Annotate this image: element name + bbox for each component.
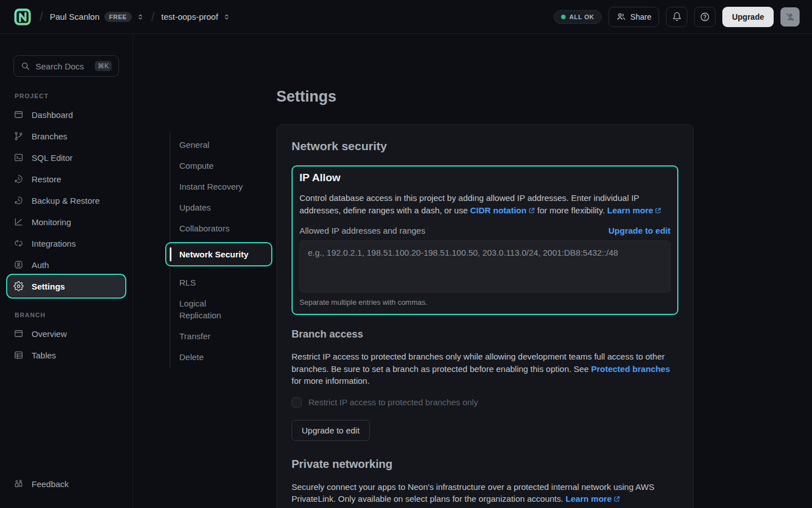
share-button[interactable]: Share [608, 7, 659, 27]
sidebar-item-monitoring[interactable]: Monitoring [8, 211, 125, 233]
sidebar-item-settings[interactable]: Settings [8, 275, 125, 297]
help-button[interactable] [694, 7, 716, 27]
ip-field-label: Allowed IP addresses and ranges [299, 226, 425, 235]
sidebar-item-label: Auth [32, 260, 49, 270]
ip-allow-section: IP Allow Control database access in this… [292, 165, 678, 315]
auth-user-icon [14, 260, 24, 270]
avatar[interactable] [780, 7, 800, 27]
ip-field-hint: Separate multiple entries with commas. [299, 298, 670, 306]
sidebar-item-label: Monitoring [32, 217, 71, 227]
sidebar-item-auth[interactable]: Auth [8, 254, 125, 275]
git-branch-icon [14, 131, 24, 141]
sidebar-item-label: Settings [32, 282, 65, 291]
subnav-item-collaborators[interactable]: Collaborators [170, 222, 243, 234]
external-link-icon [655, 207, 661, 214]
sidebar-item-label: Dashboard [32, 110, 73, 120]
project-section-label: PROJECT [15, 93, 119, 99]
branch-access-desc-part2: for more information. [292, 376, 369, 386]
plan-badge: FREE [104, 12, 132, 22]
terminal-icon [14, 152, 24, 163]
project-selector[interactable]: test-oops-proof [161, 12, 231, 21]
dashboard-icon [14, 110, 24, 120]
search-placeholder: Search Docs [36, 62, 89, 71]
subnav-item-general[interactable]: General [170, 139, 243, 151]
subnav-item-rls[interactable]: RLS [170, 277, 243, 288]
learn-more-link[interactable]: Learn more [607, 205, 654, 215]
sidebar-item-dashboard[interactable]: Dashboard [8, 104, 125, 125]
sidebar-item-label: Restore [32, 174, 61, 184]
private-networking-description: Securely connect your apps to Neon's inf… [292, 481, 678, 505]
sidebar-item-integrations[interactable]: Integrations [8, 233, 125, 254]
restrict-ip-checkbox-row: Restrict IP access to protected branches… [292, 397, 678, 408]
topbar-actions: ALL OK Share Upgrade [554, 7, 800, 27]
branch-access-upgrade-button[interactable]: Upgrade to edit [292, 420, 370, 441]
sidebar-item-restore[interactable]: Restore [8, 168, 125, 190]
private-networking-title: Private networking [292, 458, 678, 471]
protected-branches-link[interactable]: Protected branches [591, 364, 670, 374]
neon-logo-icon[interactable] [12, 7, 33, 27]
ip-allow-description: Control database access in this project … [299, 192, 670, 216]
search-icon [21, 62, 30, 71]
sidebar-item-backup-restore[interactable]: Backup & Restore [8, 190, 125, 211]
external-link-icon [614, 496, 620, 502]
status-label: ALL OK [570, 14, 594, 20]
upgrade-button[interactable]: Upgrade [722, 7, 774, 27]
org-selector[interactable]: Paul Scanlon FREE [50, 12, 144, 22]
settings-subnav: General Compute Instant Recovery Updates… [170, 139, 266, 363]
card-title: Network security [292, 139, 678, 153]
topbar: / Paul Scanlon FREE / test-oops-proof AL… [0, 0, 812, 34]
upgrade-to-edit-link[interactable]: Upgrade to edit [608, 226, 670, 235]
ip-allow-title: IP Allow [299, 172, 670, 184]
sidebar-item-label: Tables [32, 351, 56, 360]
breadcrumb: / Paul Scanlon FREE / test-oops-proof [12, 7, 231, 27]
sidebar-item-branches[interactable]: Branches [8, 125, 125, 147]
learn-more-link[interactable]: Learn more [566, 494, 612, 503]
ip-allow-desc-part2: for more flexibility. [535, 205, 607, 215]
chevron-up-down-icon [136, 13, 144, 21]
integrations-icon [14, 238, 24, 248]
branch-access-title: Branch access [292, 329, 678, 340]
feedback-label: Feedback [32, 479, 69, 489]
subnav-item-instant-recovery[interactable]: Instant Recovery [170, 181, 243, 192]
chevron-up-down-icon [223, 13, 231, 21]
status-ok-icon [561, 15, 566, 19]
bell-icon [672, 12, 682, 21]
feedback-button[interactable]: Feedback [8, 473, 125, 494]
help-icon [700, 12, 710, 22]
branch-section-label: BRANCH [15, 312, 119, 318]
project-name: test-oops-proof [161, 12, 218, 21]
branch-access-description: Restrict IP access to protected branches… [292, 351, 678, 387]
divider: / [150, 10, 156, 24]
share-label: Share [630, 12, 651, 21]
people-icon [616, 12, 626, 21]
table-icon [14, 350, 24, 360]
subnav-item-network-security[interactable]: Network Security [166, 243, 271, 265]
sidebar-item-label: Branches [32, 132, 67, 141]
subnav-item-delete[interactable]: Delete [170, 351, 243, 363]
sidebar-item-label: Integrations [32, 239, 76, 248]
sidebar-item-overview[interactable]: Overview [8, 323, 125, 344]
search-shortcut: ⌘K [95, 61, 112, 71]
user-silhouette-icon [784, 11, 796, 23]
cidr-notation-link[interactable]: CIDR notation [470, 205, 527, 215]
subnav-item-logical-replication[interactable]: Logical Replication [170, 297, 243, 321]
external-link-icon [528, 207, 535, 214]
search-input[interactable]: Search Docs ⌘K [14, 55, 119, 77]
subnav-item-transfer[interactable]: Transfer [170, 330, 243, 342]
feedback-people-icon [14, 479, 24, 489]
sidebar-item-sql-editor[interactable]: SQL Editor [8, 147, 125, 168]
status-badge[interactable]: ALL OK [554, 10, 602, 24]
subnav-item-compute[interactable]: Compute [170, 160, 243, 172]
network-security-card: Network security IP Allow Control databa… [276, 124, 694, 508]
sidebar-item-tables[interactable]: Tables [8, 344, 125, 366]
backup-clock-icon [14, 195, 24, 205]
subnav-item-updates[interactable]: Updates [170, 202, 243, 213]
org-name: Paul Scanlon [50, 12, 99, 21]
divider: / [38, 10, 44, 24]
ip-addresses-textarea[interactable] [299, 240, 670, 292]
chart-icon [14, 217, 24, 227]
sidebar-item-label: Backup & Restore [32, 196, 100, 205]
gear-icon [14, 281, 24, 291]
restrict-ip-checkbox[interactable] [292, 397, 302, 408]
notifications-button[interactable] [666, 7, 687, 27]
